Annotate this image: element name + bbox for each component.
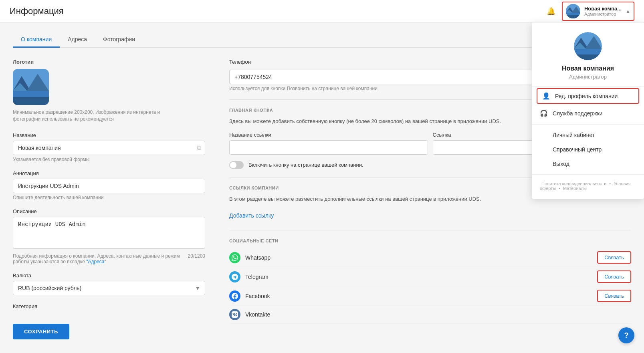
social-item-facebook: Facebook Связать (229, 286, 631, 306)
description-textarea[interactable] (13, 217, 205, 249)
whatsapp-link-btn[interactable]: Связать (597, 251, 631, 264)
social-item-vkontakte-left: Vkontakte (229, 309, 270, 320)
person-icon: 👤 (542, 92, 550, 100)
dropdown-footer: Политика конфиденциальности • Условия оф… (532, 178, 644, 194)
telegram-icon (229, 271, 240, 282)
social-item-facebook-left: Facebook (229, 290, 270, 302)
tab-about-company[interactable]: О компании (13, 32, 60, 48)
description-field-group: Описание Подробная информация о компании… (13, 208, 205, 264)
name-field-group: Название ⧉ Указывается без правовой форм… (13, 132, 205, 162)
top-bar: Информация 🔔 Новая компа... Администрато… (0, 0, 644, 22)
social-item-whatsapp-left: Whatsapp (229, 252, 271, 263)
avatar (566, 4, 580, 18)
add-link-button[interactable]: Добавить ссылку (229, 209, 274, 222)
divider-3 (229, 230, 631, 230)
telegram-link-btn[interactable]: Связать (597, 270, 631, 283)
headset-icon: 🎧 (540, 109, 548, 117)
form-left: Логотип Минимальное разрешение 200x200. … (13, 59, 205, 339)
bell-icon[interactable]: 🔔 (547, 7, 555, 16)
toggle-label: Включить кнопку на странице вашей компан… (248, 162, 363, 168)
dropdown-company-name: Новая компания (562, 65, 614, 72)
tab-photos[interactable]: Фотографии (95, 32, 143, 48)
annotation-field-group: Аннотация Опишите деятельность вашей ком… (13, 170, 205, 200)
facebook-icon (229, 290, 240, 302)
toggle-switch[interactable] (229, 161, 244, 169)
whatsapp-icon (229, 252, 240, 263)
materials-link[interactable]: Материалы (563, 186, 587, 191)
tab-addresses[interactable]: Адреса (60, 32, 95, 48)
social-item-whatsapp: Whatsapp Связать (229, 248, 631, 267)
name-input-wrapper: ⧉ (13, 141, 205, 155)
description-label: Описание (13, 208, 205, 214)
facebook-link-btn[interactable]: Связать (597, 290, 631, 302)
annotation-label: Аннотация (13, 170, 205, 176)
dropdown-item-personal-cabinet[interactable]: Личный кабинет (532, 128, 644, 142)
social-item-telegram: Telegram Связать (229, 267, 631, 286)
logo-label: Логотип (13, 59, 205, 65)
phone-label: Телефон (229, 59, 251, 65)
dropdown-avatar (574, 32, 602, 60)
vkontakte-name: Vkontakte (245, 311, 270, 318)
social-item-telegram-left: Telegram (229, 271, 269, 282)
vkontakte-icon (229, 309, 240, 320)
user-role-header: Администратор (584, 12, 622, 16)
logo-preview[interactable] (13, 69, 49, 105)
name-hint: Указывается без правовой формы (13, 157, 205, 162)
dropdown-item-logout[interactable]: Выход (532, 157, 644, 171)
page-title: Информация (10, 6, 64, 16)
name-input[interactable] (13, 141, 205, 155)
dropdown-role: Администратор (569, 74, 607, 80)
currency-select-wrapper: RUB (российский рубль) ▼ (13, 281, 205, 295)
dropdown-item-help-center[interactable]: Справочный центр (532, 142, 644, 157)
facebook-name: Facebook (245, 293, 270, 299)
currency-label: Валюта (13, 272, 205, 278)
name-label: Название (13, 132, 205, 138)
annotation-input[interactable] (13, 179, 205, 193)
copy-icon: ⧉ (197, 144, 201, 151)
privacy-link[interactable]: Политика конфиденциальности (541, 181, 606, 186)
user-menu-trigger[interactable]: Новая компа... Администратор ▲ (562, 2, 634, 21)
dropdown-item-edit-profile[interactable]: 👤 Ред. профиль компании (537, 88, 639, 104)
svg-rect-17 (13, 97, 49, 105)
user-dropdown-panel: Новая компания Администратор 👤 Ред. проф… (532, 22, 644, 199)
char-counter: 20/1200 (188, 253, 205, 259)
annotation-hint: Опишите деятельность вашей компании (13, 195, 205, 200)
svg-rect-11 (574, 54, 602, 60)
dropdown-divider (532, 124, 644, 125)
addresses-link[interactable]: "Адреса" (86, 259, 106, 264)
user-name-header: Новая компа... (584, 6, 622, 12)
top-bar-right: 🔔 Новая компа... Администратор ▲ (547, 2, 634, 21)
logo-section: Логотип Минимальное разрешение 200x200. … (13, 59, 205, 123)
category-label: Категория (13, 303, 205, 309)
chevron-up-icon: ▲ (626, 8, 630, 14)
dropdown-divider-2 (532, 174, 644, 175)
save-button[interactable]: СОХРАНИТЬ (13, 324, 69, 339)
whatsapp-name: Whatsapp (245, 254, 271, 261)
currency-select[interactable]: RUB (российский рубль) (13, 281, 205, 295)
currency-field-group: Валюта RUB (российский рубль) ▼ (13, 272, 205, 295)
category-field-group: Категория (13, 303, 205, 309)
description-hint: Подробная информация о компании. Адреса,… (13, 253, 188, 264)
dropdown-header: Новая компания Администратор (532, 22, 644, 87)
telegram-name: Telegram (245, 274, 269, 280)
social-heading: СОЦИАЛЬНЫЕ СЕТИ (229, 238, 631, 243)
user-info-header: Новая компа... Администратор (584, 6, 622, 16)
link-name-input[interactable] (229, 140, 428, 155)
logo-hint: Минимальное разрешение 200x200. Изображе… (13, 109, 165, 123)
social-item-vkontakte: Vkontakte (229, 306, 631, 324)
link-name-group: Название ссылки (229, 132, 428, 155)
dropdown-item-support[interactable]: 🎧 Служба поддержки (532, 105, 644, 121)
help-button[interactable]: ? (618, 327, 634, 343)
link-name-label: Название ссылки (229, 132, 428, 138)
svg-rect-5 (566, 15, 580, 18)
